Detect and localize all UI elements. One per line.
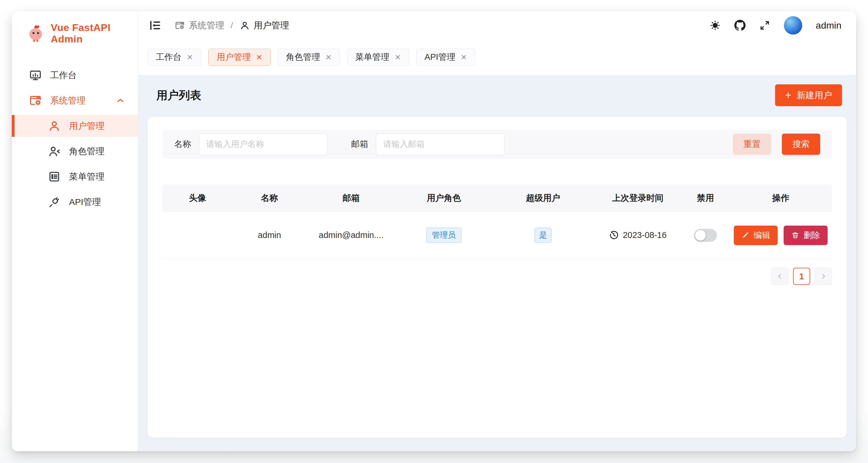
system-management-icon [29,94,42,107]
sidebar-item-user-management[interactable]: 用户管理 [12,115,138,137]
superuser-cell: 是 [492,228,594,243]
pagination: 1 [162,268,832,285]
sidebar-item-label: 工作台 [50,69,77,81]
sidebar-item-role-management[interactable]: 角色管理 [12,140,138,162]
column-header-avatar: 头像 [162,192,232,204]
breadcrumb-item-system[interactable]: 系统管理 [175,20,224,32]
column-header-actions: 操作 [730,192,832,204]
sidebar: Vue FastAPI Admin 工作台 [12,11,138,451]
sidebar-item-label: 角色管理 [69,145,104,158]
chevron-up-icon [115,96,125,106]
column-header-disabled: 禁用 [681,192,729,204]
chevron-left-icon [776,272,784,280]
column-header-role: 用户角色 [396,192,492,204]
search-panel: 名称 邮箱 重置 搜索 [162,130,832,159]
delete-button[interactable]: 删除 [784,226,828,245]
tab-label: 角色管理 [286,51,320,63]
chevron-right-icon [819,272,827,280]
app-title: Vue FastAPI Admin [51,22,138,45]
sidebar-item-label: 系统管理 [50,95,86,107]
avatar[interactable] [784,16,802,34]
email-field-label: 邮箱 [351,138,368,150]
api-icon [48,196,61,208]
tab-role-management[interactable]: 角色管理 ✕ [278,49,340,66]
page-number-button[interactable]: 1 [793,268,810,285]
email-cell: admin@admin.... [306,230,396,240]
breadcrumb-label: 系统管理 [189,20,224,32]
github-icon[interactable] [734,20,746,31]
sidebar-menu: 工作台 系统管理 [12,64,138,217]
fullscreen-icon[interactable] [759,20,770,31]
page-content: 用户列表 + 新建用户 名称 邮箱 [138,75,856,451]
tab-user-management[interactable]: 用户管理 ✕ [208,49,271,66]
new-user-button[interactable]: + 新建用户 [775,84,842,106]
screen: Vue FastAPI Admin 工作台 [0,0,868,463]
breadcrumb: 系统管理 / 用户管理 [175,20,289,32]
column-header-name: 名称 [232,192,306,204]
next-page-button[interactable] [815,268,832,285]
workbench-icon [29,69,42,82]
tab-close-icon[interactable]: ✕ [395,53,401,62]
breadcrumb-separator: / [231,21,233,30]
trash-icon [791,231,799,239]
tab-close-icon[interactable]: ✕ [461,53,467,62]
page-title: 用户列表 [156,88,201,103]
edit-button[interactable]: 编辑 [734,226,778,245]
prev-page-button[interactable] [771,268,788,285]
menu-icon [48,170,61,183]
role-icon [48,145,61,158]
name-input[interactable] [199,133,328,155]
users-table: 头像 名称 邮箱 用户角色 超级用户 上次登录时间 禁用 操作 admin [162,185,832,259]
reset-button[interactable]: 重置 [733,134,771,155]
main-area: 系统管理 / 用户管理 [138,11,856,451]
tab-label: 用户管理 [217,51,251,63]
plus-icon: + [785,90,791,101]
page-header: 用户列表 + 新建用户 [148,75,847,117]
role-tag[interactable]: 管理员 [426,228,461,243]
column-header-email: 邮箱 [306,192,396,204]
column-header-last-login: 上次登录时间 [594,192,681,204]
tab-label: 菜单管理 [355,51,390,63]
actions-cell: 编辑 删除 [730,226,832,245]
chick-mascot-icon [27,24,45,43]
disabled-cell [681,229,729,242]
tab-api-management[interactable]: API管理 ✕ [416,49,475,66]
email-input[interactable] [376,133,504,155]
tab-menu-management[interactable]: 菜单管理 ✕ [347,49,409,66]
email-field: 邮箱 [351,133,504,155]
superuser-tag: 是 [535,228,551,243]
sidebar-item-label: API管理 [69,196,101,208]
tab-bar: 工作台 ✕ 用户管理 ✕ 角色管理 ✕ 菜单管理 ✕ API管理 ✕ [138,39,856,75]
column-header-superuser: 超级用户 [492,192,594,204]
user-icon [240,20,250,31]
table-row: admin admin@admin.... 管理员 是 [162,212,832,259]
sidebar-item-menu-management[interactable]: 菜单管理 [12,166,138,188]
breadcrumb-item-user[interactable]: 用户管理 [240,20,289,32]
username-label[interactable]: admin [816,20,841,31]
sidebar-collapse-icon[interactable] [149,19,161,32]
name-cell: admin [232,230,306,240]
tab-label: API管理 [425,51,456,63]
app-logo[interactable]: Vue FastAPI Admin [12,11,138,45]
theme-sun-icon[interactable] [710,20,721,31]
tab-workbench[interactable]: 工作台 ✕ [148,49,201,66]
sidebar-item-label: 用户管理 [69,120,104,132]
table-header-row: 头像 名称 邮箱 用户角色 超级用户 上次登录时间 禁用 操作 [162,185,832,212]
tab-close-icon[interactable]: ✕ [256,53,262,62]
header-actions: admin [710,16,841,34]
role-cell: 管理员 [396,228,492,243]
tab-close-icon[interactable]: ✕ [326,53,332,62]
sidebar-item-label: 菜单管理 [69,171,104,183]
table-card: 名称 邮箱 重置 搜索 头像 名 [148,117,847,438]
sidebar-item-api-management[interactable]: API管理 [12,191,138,213]
edit-button-label: 编辑 [753,230,770,241]
disable-toggle[interactable] [694,229,717,242]
search-button[interactable]: 搜索 [782,134,820,155]
sidebar-item-workbench[interactable]: 工作台 [12,64,138,86]
user-icon [48,120,61,132]
tab-close-icon[interactable]: ✕ [187,53,193,62]
sidebar-item-system-management[interactable]: 系统管理 [12,90,138,111]
breadcrumb-label: 用户管理 [254,20,289,32]
toggle-knob [695,230,706,241]
pencil-icon [741,231,749,239]
